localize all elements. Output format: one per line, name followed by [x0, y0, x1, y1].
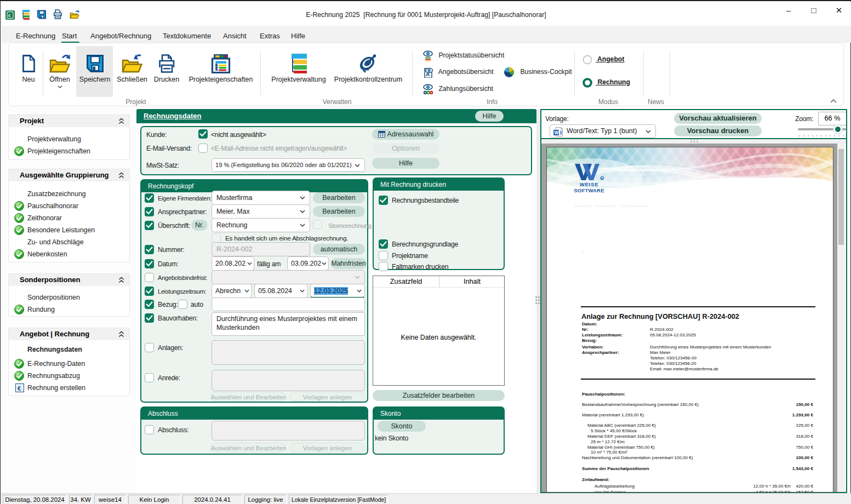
svg-text:€: €	[8, 13, 11, 18]
svg-text:WEISE: WEISE	[580, 181, 599, 187]
svg-text:W: W	[554, 130, 559, 135]
svg-text:€: €	[18, 385, 21, 392]
svg-text:R: R	[601, 177, 603, 180]
svg-text:SOFTWARE: SOFTWARE	[574, 187, 604, 193]
